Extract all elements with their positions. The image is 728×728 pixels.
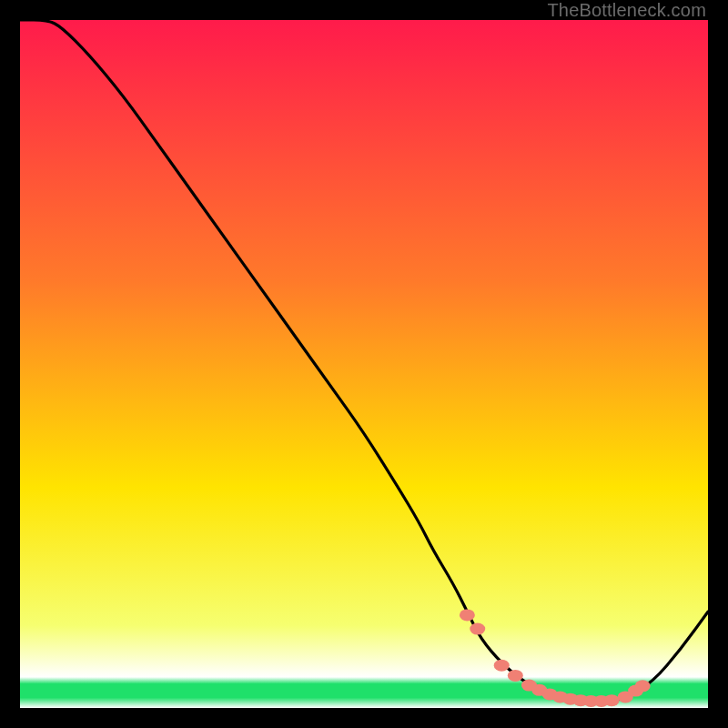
chart-frame (20, 20, 708, 708)
bottleneck-chart (20, 20, 708, 708)
marker-point (470, 623, 485, 635)
marker-point (635, 680, 651, 692)
marker-point (460, 609, 475, 621)
watermark-text: TheBottleneck.com (547, 0, 706, 21)
marker-point (494, 660, 510, 672)
gradient-background (20, 20, 708, 708)
marker-point (604, 694, 620, 706)
marker-point (508, 670, 523, 682)
